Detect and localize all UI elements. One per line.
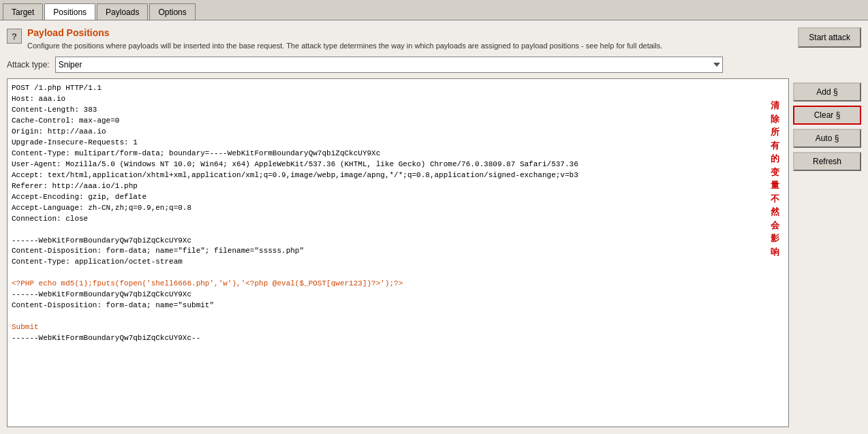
buttons-panel: 清除所有的变量 不然会影响 Add § Clear § Auto § Refre…	[793, 78, 861, 427]
section-header: ? Payload Positions Configure the positi…	[7, 27, 662, 51]
text-editor-wrapper: POST /1.php HTTP/1.1 Host: aaa.io Conten…	[7, 78, 789, 427]
main-content: ? Payload Positions Configure the positi…	[0, 20, 868, 434]
tab-payloads[interactable]: Payloads	[97, 3, 148, 20]
auto-button[interactable]: Auto §	[793, 129, 861, 148]
attack-type-label: Attack type:	[7, 60, 50, 69]
attack-type-select[interactable]: Sniper Battering ram Pitchfork Cluster b…	[55, 57, 723, 73]
attack-type-row: Attack type: Sniper Battering ram Pitchf…	[7, 57, 861, 73]
section-title: Payload Positions	[27, 27, 662, 38]
tab-bar: Target Positions Payloads Options	[0, 0, 868, 20]
editor-area: POST /1.php HTTP/1.1 Host: aaa.io Conten…	[7, 78, 861, 427]
section-description: Configure the positions where payloads w…	[27, 41, 662, 51]
tab-positions[interactable]: Positions	[44, 3, 95, 20]
request-editor[interactable]: POST /1.php HTTP/1.1 Host: aaa.io Conten…	[7, 79, 788, 427]
tab-options[interactable]: Options	[149, 3, 195, 20]
start-attack-button[interactable]: Start attack	[798, 27, 861, 48]
section-info: Payload Positions Configure the position…	[27, 27, 662, 51]
refresh-button[interactable]: Refresh	[793, 152, 861, 171]
tab-target[interactable]: Target	[3, 3, 43, 20]
help-icon[interactable]: ?	[7, 29, 22, 44]
header-row: ? Payload Positions Configure the positi…	[7, 27, 861, 51]
attack-type-select-wrapper: Sniper Battering ram Pitchfork Cluster b…	[55, 57, 723, 73]
clear-button[interactable]: Clear §	[793, 106, 861, 125]
add-button[interactable]: Add §	[793, 82, 861, 102]
